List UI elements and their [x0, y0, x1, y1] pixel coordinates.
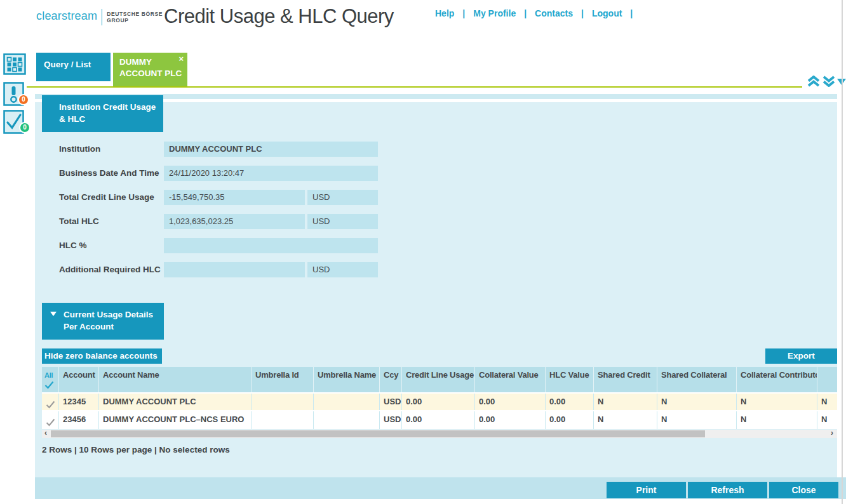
- help-link[interactable]: Help: [435, 8, 454, 18]
- column-header-umbrella-id[interactable]: Umbrella Id: [252, 367, 314, 392]
- my-profile-link[interactable]: My Profile: [473, 8, 516, 18]
- column-header-hlc-value[interactable]: HLC Value: [546, 367, 594, 392]
- page-title: Credit Usage & HLC Query: [164, 5, 394, 28]
- cell-account-name: DUMMY ACCOUNT PLC: [99, 394, 252, 410]
- logout-link[interactable]: Logout: [592, 8, 622, 18]
- link-separator: |: [630, 8, 633, 18]
- row-check-icon: [46, 418, 55, 427]
- cell-collateral-contributor: N: [737, 394, 817, 410]
- column-header-credit-line-usage[interactable]: Credit Line Usage: [402, 367, 475, 392]
- hide-zero-balance-button[interactable]: Hide zero balance accounts: [42, 348, 162, 364]
- logo-wordmark: clearstream: [36, 10, 97, 22]
- table-horizontal-scrollbar[interactable]: ‹ ›: [42, 430, 837, 438]
- additional-required-hlc-ccy: USD: [307, 262, 378, 277]
- scroll-left-icon[interactable]: ‹: [44, 428, 47, 437]
- alerts-badge: 0: [18, 94, 29, 105]
- print-button[interactable]: Print: [607, 482, 686, 498]
- scroll-right-icon[interactable]: ›: [831, 428, 833, 437]
- details-section-header[interactable]: Current Usage Details Per Account: [42, 303, 164, 340]
- cell-umbrella-name: [314, 411, 380, 429]
- link-separator: |: [581, 8, 584, 18]
- tab-label: DUMMY ACCOUNT PLC: [119, 57, 182, 78]
- column-header-umbrella-name[interactable]: Umbrella Name: [314, 367, 380, 392]
- collapse-all-icon[interactable]: [807, 76, 821, 90]
- hlc-percent-label: HLC %: [59, 241, 87, 250]
- row-checkbox[interactable]: [42, 411, 59, 429]
- total-hlc-value: 1,023,635,023.25: [164, 214, 305, 229]
- business-date-value: 24/11/2020 13:20:47: [164, 166, 378, 181]
- total-hlc-ccy: USD: [307, 214, 378, 229]
- cell-ccy: USD: [380, 394, 402, 410]
- total-credit-usage-label: Total Credit Line Usage: [59, 192, 154, 202]
- table-row[interactable]: 12345 DUMMY ACCOUNT PLC USD 0.00 0.00 0.…: [42, 394, 837, 411]
- column-header-account[interactable]: Account: [59, 367, 99, 392]
- cell-account: 12345: [59, 394, 99, 410]
- cell-shared-credit: N: [594, 394, 657, 410]
- column-header-collateral-value[interactable]: Collateral Value: [475, 367, 546, 392]
- cell-shared-credit: N: [594, 411, 657, 429]
- column-header-shared-credit[interactable]: Shared Credit: [594, 367, 657, 392]
- cell-umbrella-id: [252, 411, 314, 429]
- app-window: clearstreamDEUTSCHE BÖRSEGROUP Credit Us…: [0, 0, 846, 504]
- cell-umbrella-id: [252, 394, 314, 410]
- tab-query-list[interactable]: Query / List: [36, 53, 111, 81]
- additional-required-hlc-label: Additional Required HLC: [59, 265, 161, 274]
- cell-hlc-value: 0.00: [546, 394, 594, 410]
- top-nav: Help | My Profile | Contacts | Logout |: [435, 8, 633, 18]
- cell-shared-collateral: N: [657, 394, 737, 410]
- cell-credit-line-usage: 0.00: [402, 411, 475, 429]
- institution-label: Institution: [59, 144, 100, 154]
- cell-ccy: USD: [380, 411, 402, 429]
- column-header-overflow: [817, 367, 837, 392]
- tasks-icon[interactable]: 0: [3, 110, 34, 135]
- export-button[interactable]: Export: [765, 348, 837, 364]
- table-header-row: All Account Account Name Umbrella Id Umb…: [42, 367, 837, 394]
- additional-required-hlc-value: [164, 262, 305, 277]
- row-checkbox[interactable]: [42, 394, 59, 410]
- select-all-checkbox[interactable]: All: [42, 367, 59, 392]
- table-row[interactable]: 23456 DUMMY ACCOUNT PLC–NCS EURO USD 0.0…: [42, 411, 837, 429]
- cell-overflow: N: [817, 411, 837, 429]
- cell-account: 23456: [59, 411, 99, 429]
- link-separator: |: [524, 8, 527, 18]
- select-all-label: All: [44, 371, 53, 379]
- cell-collateral-value: 0.00: [475, 411, 546, 429]
- institution-value: DUMMY ACCOUNT PLC: [164, 142, 378, 157]
- logo-divider: [102, 9, 102, 25]
- table-status-line: 2 Rows | 10 Rows per page | No selected …: [42, 445, 230, 454]
- scrollbar-thumb[interactable]: [51, 430, 705, 437]
- window-scrollbar-track[interactable]: [842, 0, 843, 504]
- institution-section-title: Institution Credit Usage & HLC: [59, 101, 161, 125]
- close-button[interactable]: Close: [769, 482, 838, 498]
- tasks-badge: 0: [19, 122, 30, 133]
- tab-divider-line: [27, 86, 802, 88]
- expand-all-icon[interactable]: [822, 76, 836, 90]
- column-header-account-name[interactable]: Account Name: [99, 367, 252, 392]
- cell-account-name: DUMMY ACCOUNT PLC–NCS EURO: [99, 411, 252, 429]
- column-header-shared-collateral[interactable]: Shared Collateral: [657, 367, 737, 392]
- institution-section-header: Institution Credit Usage & HLC: [42, 95, 163, 132]
- tab-close-icon[interactable]: ×: [178, 53, 184, 65]
- total-hlc-label: Total HLC: [59, 216, 99, 226]
- select-all-check-icon: [44, 381, 54, 389]
- row-check-icon: [46, 401, 55, 409]
- contacts-link[interactable]: Contacts: [535, 8, 573, 18]
- cell-collateral-value: 0.00: [475, 394, 546, 410]
- column-header-collateral-contributor[interactable]: Collateral Contributor: [737, 367, 817, 392]
- accounts-table: All Account Account Name Umbrella Id Umb…: [42, 367, 837, 429]
- details-section-title: Current Usage Details Per Account: [64, 308, 159, 333]
- business-date-label: Business Date And Time: [59, 168, 159, 178]
- cell-credit-line-usage: 0.00: [402, 394, 475, 410]
- collapse-section-icon[interactable]: [50, 312, 57, 316]
- cell-shared-collateral: N: [657, 411, 737, 429]
- apps-grid-icon[interactable]: [3, 53, 26, 75]
- column-header-ccy[interactable]: Ccy: [380, 367, 402, 392]
- cell-umbrella-name: [314, 394, 380, 410]
- cell-overflow: N: [817, 394, 837, 410]
- cell-collateral-contributor: N: [737, 411, 817, 429]
- alerts-icon[interactable]: 0: [3, 82, 32, 107]
- hlc-percent-value: [164, 238, 378, 253]
- tab-dummy-account-plc[interactable]: DUMMY ACCOUNT PLC ×: [113, 53, 187, 87]
- refresh-button[interactable]: Refresh: [688, 482, 767, 498]
- clearstream-logo: clearstreamDEUTSCHE BÖRSEGROUP: [36, 9, 163, 25]
